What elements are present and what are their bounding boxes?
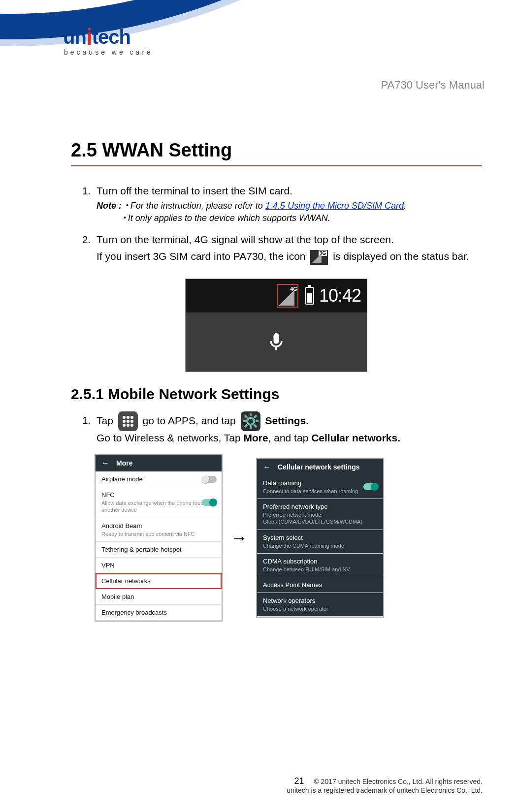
more-header-title: More bbox=[116, 459, 132, 467]
svg-point-9 bbox=[247, 418, 254, 425]
footer-line1: © 2017 unitech Electronics Co., Ltd. All… bbox=[314, 778, 483, 785]
airplane-toggle[interactable] bbox=[202, 476, 217, 483]
step-1-text: Turn off the terminal to insert the SIM … bbox=[97, 185, 292, 196]
step-2-text: Turn on the terminal, 4G signal will sho… bbox=[97, 234, 394, 245]
row-cdma-title: CDMA subscription bbox=[263, 558, 377, 565]
statusbar: 4G 10:42 bbox=[186, 279, 367, 312]
roaming-toggle[interactable] bbox=[363, 483, 378, 490]
nfc-toggle[interactable] bbox=[202, 499, 217, 506]
svg-line-15 bbox=[254, 425, 257, 427]
row-plan-title: Mobile plan bbox=[101, 593, 216, 600]
step-1-note: Note : • For the instruction, please ref… bbox=[97, 200, 482, 224]
row-nfc-sub: Allow data exchange when the phone touch… bbox=[101, 500, 216, 514]
row-tether[interactable]: Tethering & portable hotspot bbox=[96, 542, 222, 558]
substep-1-e: , and tap bbox=[268, 432, 312, 443]
step-1: Turn off the terminal to insert the SIM … bbox=[94, 184, 482, 224]
row-apn-title: Access Point Names bbox=[263, 581, 377, 589]
logo-prefix: un bbox=[63, 26, 86, 48]
substep-1-more: More bbox=[243, 432, 268, 443]
apps-icon bbox=[118, 411, 138, 431]
page-number: 21 bbox=[294, 776, 304, 786]
note-a-prefix: For the instruction, please refer to bbox=[130, 201, 265, 211]
svg-point-0 bbox=[123, 416, 126, 419]
row-mobile-plan[interactable]: Mobile plan bbox=[96, 589, 222, 605]
arrow-right-icon: → bbox=[230, 529, 248, 547]
statusbar-time: 10:42 bbox=[319, 285, 361, 306]
row-cellular-networks[interactable]: Cellular networks bbox=[96, 573, 222, 589]
logo-tagline: because we care bbox=[64, 48, 485, 56]
back-arrow-icon[interactable]: ← bbox=[101, 459, 109, 468]
substep-1: Tap go to APPS, and tap Settings. Go to … bbox=[94, 411, 482, 445]
row-beam-sub: Ready to transmit app content via NFC bbox=[101, 531, 216, 537]
svg-point-7 bbox=[127, 424, 130, 427]
step-2-body-b: is displayed on the status bar. bbox=[333, 250, 469, 262]
subsection-heading: 2.5.1 Mobile Network Settings bbox=[71, 386, 482, 403]
row-roam-title: Data roaming bbox=[263, 479, 377, 487]
row-data-roaming[interactable]: Data roaming Connect to data services wh… bbox=[257, 475, 383, 499]
signal-highlight: 4G bbox=[277, 284, 298, 308]
bullet-icon: • bbox=[124, 214, 128, 221]
row-tether-title: Tethering & portable hotspot bbox=[101, 546, 216, 553]
row-cdma-sub: Change between RUIM/SIM and NV bbox=[263, 566, 377, 573]
row-ops-sub: Choose a network operator bbox=[263, 605, 377, 612]
note-a-link[interactable]: 1.4.5 Using the Micro SD/SIM Card bbox=[265, 201, 404, 211]
row-cdma-subscription[interactable]: CDMA subscription Change between RUIM/SI… bbox=[257, 554, 383, 577]
settings-gear-icon bbox=[241, 411, 260, 431]
substep-1-c: Settings. bbox=[265, 414, 309, 426]
bullet-icon: • bbox=[124, 201, 130, 209]
document-title: PA730 User's Manual bbox=[381, 79, 485, 92]
screenshots-row: ← More Airplane mode NFC Allow data exch… bbox=[95, 454, 482, 622]
row-roam-sub: Connect to data services when roaming bbox=[263, 488, 377, 495]
section-rule bbox=[71, 165, 482, 166]
row-nfc[interactable]: NFC Allow data exchange when the phone t… bbox=[96, 487, 222, 518]
row-sys-title: System select bbox=[263, 534, 377, 541]
signal-4g-icon: 4G bbox=[279, 287, 296, 306]
step-2: Turn on the terminal, 4G signal will sho… bbox=[94, 233, 482, 265]
cellular-header-title: Cellular network settings bbox=[278, 463, 359, 471]
svg-line-17 bbox=[245, 425, 247, 427]
row-airplane-title: Airplane mode bbox=[101, 475, 216, 483]
row-pref-title: Preferred network type bbox=[263, 503, 377, 510]
svg-point-1 bbox=[127, 416, 130, 419]
svg-point-3 bbox=[123, 420, 126, 423]
row-sys-sub: Change the CDMA roaming mode bbox=[263, 542, 377, 549]
svg-point-4 bbox=[127, 420, 130, 423]
svg-point-2 bbox=[130, 416, 133, 419]
cellular-header: ← Cellular network settings bbox=[257, 459, 383, 475]
row-apn[interactable]: Access Point Names bbox=[257, 577, 383, 593]
row-beam-title: Android Beam bbox=[101, 522, 216, 530]
brand-logo: unitech because we care bbox=[63, 24, 485, 56]
substep-1-cell: Cellular networks. bbox=[311, 432, 400, 443]
signal-4g-label: 4G bbox=[290, 286, 297, 292]
screenshot-more: ← More Airplane mode NFC Allow data exch… bbox=[95, 454, 223, 622]
row-beam[interactable]: Android Beam Ready to transmit app conte… bbox=[96, 518, 222, 542]
row-pref-sub: Preferred network mode: Global(CDMA/EVDO… bbox=[263, 511, 377, 526]
row-cell-title: Cellular networks bbox=[101, 577, 216, 585]
note-a-suffix: . bbox=[404, 201, 406, 211]
row-network-operators[interactable]: Network operators Choose a network opera… bbox=[257, 593, 383, 617]
search-row bbox=[186, 312, 367, 372]
row-system-select[interactable]: System select Change the CDMA roaming mo… bbox=[257, 530, 383, 554]
row-vpn-title: VPN bbox=[101, 562, 216, 569]
note-b: It only applies to the device which supp… bbox=[128, 213, 330, 223]
row-preferred-type[interactable]: Preferred network type Preferred network… bbox=[257, 499, 383, 530]
back-arrow-icon[interactable]: ← bbox=[263, 463, 271, 471]
step-2-body-a: If you insert 3G SIM card into PA730, th… bbox=[97, 250, 308, 262]
svg-line-14 bbox=[245, 415, 247, 418]
statusbar-figure: 4G 10:42 bbox=[185, 279, 367, 372]
svg-point-6 bbox=[123, 424, 126, 427]
svg-point-5 bbox=[130, 420, 133, 423]
row-nfc-title: NFC bbox=[101, 491, 216, 499]
signal-3g-label: 3G bbox=[319, 250, 327, 256]
logo-suffix: tech bbox=[92, 26, 130, 48]
signal-3g-icon: 3G bbox=[310, 250, 328, 265]
row-airplane[interactable]: Airplane mode bbox=[96, 471, 222, 487]
row-emergency[interactable]: Emergency broadcasts bbox=[96, 605, 222, 621]
svg-line-16 bbox=[254, 415, 257, 418]
battery-icon bbox=[305, 287, 314, 305]
row-vpn[interactable]: VPN bbox=[96, 558, 222, 573]
substep-1-d: Go to Wireless & networks, Tap bbox=[97, 432, 243, 443]
screenshot-cellular: ← Cellular network settings Data roaming… bbox=[256, 458, 384, 618]
footer-line2: unitech is a registered trademark of uni… bbox=[287, 786, 483, 794]
page-footer: 21 © 2017 unitech Electronics Co., Ltd. … bbox=[35, 776, 483, 794]
